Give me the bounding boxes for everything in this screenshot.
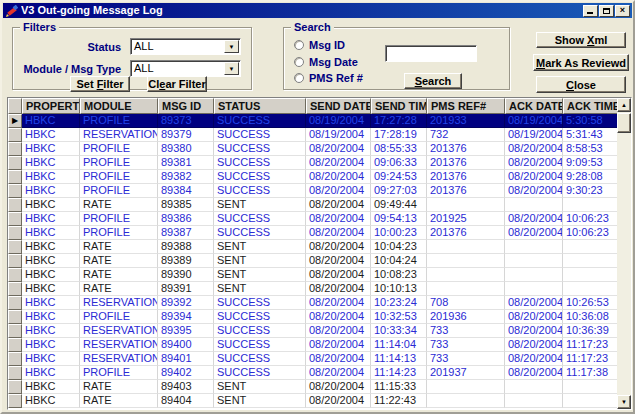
- maximize-icon: [603, 8, 610, 14]
- module-msg-type-dropdown[interactable]: ALL ▼: [130, 60, 241, 77]
- row-selector-cell[interactable]: [8, 394, 22, 408]
- current-row-pointer-icon[interactable]: ▶: [8, 114, 22, 128]
- scroll-up-button[interactable]: ▲: [617, 98, 631, 112]
- column-header-module[interactable]: MODULE: [80, 98, 158, 114]
- row-selector-cell[interactable]: [8, 184, 22, 198]
- cell-ack-date: 08/20/2004: [505, 226, 563, 240]
- minimize-button[interactable]: [583, 5, 598, 17]
- column-header-send-date[interactable]: SEND DATE: [306, 98, 371, 114]
- cell-status: SENT: [214, 198, 306, 212]
- table-row[interactable]: HBKCPROFILE89394SUCCESS08/20/200410:32:5…: [8, 310, 617, 324]
- row-selector-cell[interactable]: [8, 352, 22, 366]
- row-selector-cell[interactable]: [8, 366, 22, 380]
- msg-id-radio[interactable]: [294, 40, 304, 50]
- row-selector-cell[interactable]: [8, 156, 22, 170]
- table-row[interactable]: HBKCPROFILE89386SUCCESS08/20/200409:54:1…: [8, 212, 617, 226]
- cell-send-time: 10:00:23: [371, 226, 427, 240]
- row-selector-cell[interactable]: [8, 212, 22, 226]
- row-selector-cell[interactable]: [8, 254, 22, 268]
- table-row[interactable]: HBKCRESERVATION89379SUCCESS08/19/200417:…: [8, 128, 617, 142]
- cell-send-time: 10:23:24: [371, 296, 427, 310]
- search-input[interactable]: [385, 45, 477, 62]
- cell-module: PROFILE: [80, 142, 158, 156]
- table-row[interactable]: ▶HBKCPROFILE89373SUCCESS08/19/200417:27:…: [8, 114, 617, 128]
- table-row[interactable]: HBKCRATE89403SENT08/20/200411:15:33: [8, 380, 617, 394]
- table-row[interactable]: HBKCPROFILE89380SUCCESS08/20/200408:55:3…: [8, 142, 617, 156]
- table-row[interactable]: HBKCRATE89388SENT08/20/200410:04:23: [8, 240, 617, 254]
- column-header-pms-ref-[interactable]: PMS REF#: [427, 98, 505, 114]
- table-row[interactable]: HBKCRATE89404SENT08/20/200411:22:43: [8, 394, 617, 408]
- module-dropdown-arrow-icon[interactable]: ▼: [224, 62, 239, 75]
- clear-filter-button[interactable]: Clear Filter: [147, 76, 207, 92]
- column-header-send-time[interactable]: SEND TIME: [371, 98, 427, 114]
- cell-property: HBKC: [22, 268, 80, 282]
- search-button[interactable]: Search: [404, 73, 462, 89]
- table-row[interactable]: HBKCPROFILE89387SUCCESS08/20/200410:00:2…: [8, 226, 617, 240]
- column-header-ack-time[interactable]: ACK TIME: [563, 98, 617, 114]
- row-selector-cell[interactable]: [8, 324, 22, 338]
- cell-property: HBKC: [22, 156, 80, 170]
- module-msg-type-dropdown-value: ALL: [131, 62, 224, 75]
- table-row[interactable]: HBKCRATE89390SENT08/20/200410:08:23: [8, 268, 617, 282]
- row-selector-cell[interactable]: [8, 310, 22, 324]
- row-selector-cell[interactable]: [8, 240, 22, 254]
- column-header-status[interactable]: STATUS: [214, 98, 306, 114]
- cell-msg-id: 89402: [158, 366, 214, 380]
- maximize-button[interactable]: [599, 5, 614, 17]
- cell-status: SUCCESS: [214, 170, 306, 184]
- cell-module: RESERVATION: [80, 296, 158, 310]
- close-button[interactable]: Close: [536, 76, 626, 93]
- cell-pms-ref-: 733: [427, 324, 505, 338]
- cell-send-date: 08/20/2004: [306, 338, 371, 352]
- table-row[interactable]: HBKCPROFILE89382SUCCESS08/20/200409:24:5…: [8, 170, 617, 184]
- status-dropdown[interactable]: ALL ▼: [130, 38, 241, 55]
- cell-msg-id: 89373: [158, 114, 214, 128]
- column-header-msg-id[interactable]: MSG ID: [158, 98, 214, 114]
- close-window-button[interactable]: ×: [615, 5, 630, 17]
- table-row[interactable]: HBKCRATE89389SENT08/20/200410:04:24: [8, 254, 617, 268]
- scrollbar-thumb[interactable]: [617, 113, 631, 133]
- row-selector-cell[interactable]: [8, 282, 22, 296]
- cell-status: SUCCESS: [214, 128, 306, 142]
- row-selector-cell[interactable]: [8, 296, 22, 310]
- table-row[interactable]: HBKCRESERVATION89392SUCCESS08/20/200410:…: [8, 296, 617, 310]
- table-row[interactable]: HBKCRESERVATION89400SUCCESS08/20/200411:…: [8, 338, 617, 352]
- table-row[interactable]: HBKCRATE89391SENT08/20/200410:10:13: [8, 282, 617, 296]
- msg-date-radio[interactable]: [294, 57, 304, 67]
- row-selector-cell[interactable]: [8, 142, 22, 156]
- cell-ack-time: 9:09:53: [563, 156, 617, 170]
- row-selector-cell[interactable]: [8, 338, 22, 352]
- table-row[interactable]: HBKCPROFILE89402SUCCESS08/20/200411:14:2…: [8, 366, 617, 380]
- row-selector-cell[interactable]: [8, 268, 22, 282]
- grid-vertical-scrollbar[interactable]: ▲ ▼: [617, 98, 631, 409]
- cell-ack-date: [505, 282, 563, 296]
- status-dropdown-arrow-icon[interactable]: ▼: [224, 40, 239, 53]
- cell-ack-time: 10:06:23: [563, 226, 617, 240]
- cell-pms-ref-: 733: [427, 352, 505, 366]
- table-row[interactable]: HBKCRESERVATION89401SUCCESS08/20/200411:…: [8, 352, 617, 366]
- titlebar[interactable]: V3 Out-going Message Log ×: [3, 3, 632, 18]
- scroll-down-button[interactable]: ▼: [617, 395, 631, 409]
- cell-module: PROFILE: [80, 170, 158, 184]
- mark-as-reviewed-button[interactable]: Mark As Reviewd: [533, 54, 629, 71]
- row-selector-cell[interactable]: [8, 198, 22, 212]
- cell-msg-id: 89391: [158, 282, 214, 296]
- table-row[interactable]: HBKCPROFILE89384SUCCESS08/20/200409:27:0…: [8, 184, 617, 198]
- column-header-ack-date[interactable]: ACK DATE: [505, 98, 563, 114]
- msg-id-radio-label: Msg ID: [309, 39, 345, 52]
- row-selector-cell[interactable]: [8, 380, 22, 394]
- set-filter-button[interactable]: Set Filter: [70, 76, 130, 92]
- row-selector-cell[interactable]: [8, 128, 22, 142]
- table-row[interactable]: HBKCRATE89385SENT08/20/200409:49:44: [8, 198, 617, 212]
- cell-send-time: 08:55:33: [371, 142, 427, 156]
- cell-module: PROFILE: [80, 310, 158, 324]
- pms-ref-radio[interactable]: [294, 73, 304, 83]
- table-row[interactable]: HBKCRESERVATION89395SUCCESS08/20/200410:…: [8, 324, 617, 338]
- msg-date-radio-row: Msg Date: [294, 56, 358, 68]
- cell-send-date: 08/20/2004: [306, 394, 371, 408]
- table-row[interactable]: HBKCPROFILE89381SUCCESS08/20/200409:06:3…: [8, 156, 617, 170]
- show-xml-button[interactable]: Show Xml: [536, 32, 626, 48]
- row-selector-cell[interactable]: [8, 226, 22, 240]
- row-selector-cell[interactable]: [8, 170, 22, 184]
- column-header-property[interactable]: PROPERTY: [22, 98, 80, 114]
